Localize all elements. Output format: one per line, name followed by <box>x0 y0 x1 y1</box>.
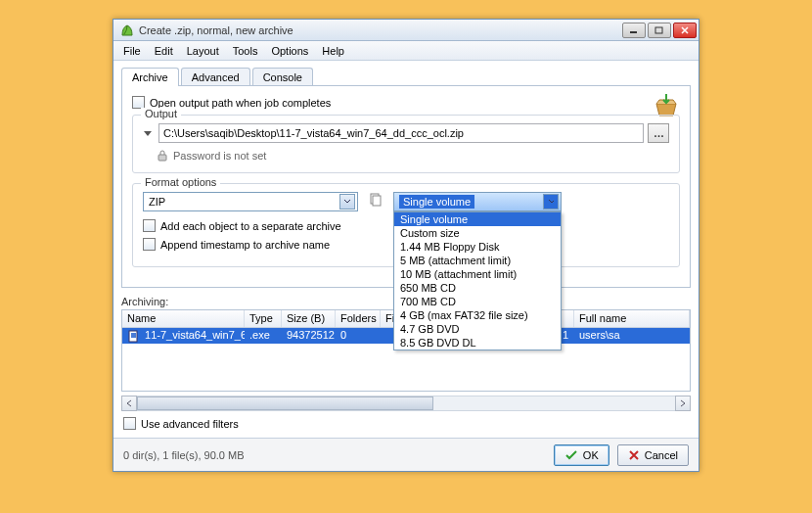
menu-help[interactable]: Help <box>316 43 350 59</box>
col-fullname[interactable]: Full name <box>574 310 690 327</box>
output-legend: Output <box>141 108 181 119</box>
lock-icon <box>157 149 168 163</box>
menu-options[interactable]: Options <box>265 43 314 59</box>
menubar: File Edit Layout Tools Options Help <box>113 41 699 61</box>
menu-file[interactable]: File <box>117 43 147 59</box>
output-path-field[interactable]: C:\Users\saqib\Desktop\11-7_vista64_win7… <box>158 123 644 143</box>
pages-icon[interactable] <box>368 192 383 208</box>
ok-button[interactable]: OK <box>554 444 609 466</box>
advanced-filters-label: Use advanced filters <box>141 418 239 430</box>
volume-size-dropdown: Single volume Custom size 1.44 MB Floppy… <box>393 211 562 350</box>
menu-edit[interactable]: Edit <box>149 43 179 59</box>
scroll-track[interactable] <box>137 396 675 411</box>
minimize-button[interactable] <box>622 23 646 38</box>
svg-rect-0 <box>630 31 637 33</box>
separate-archive-checkbox[interactable] <box>143 219 156 232</box>
open-output-label: Open output path when job completes <box>150 97 331 109</box>
svg-rect-4 <box>373 196 381 206</box>
volume-option[interactable]: 5 MB (attachment limit) <box>394 254 561 267</box>
col-folders[interactable]: Folders <box>336 310 381 327</box>
separate-archive-label: Add each object to a separate archive <box>160 220 341 232</box>
horizontal-scrollbar[interactable] <box>121 396 691 411</box>
cancel-button[interactable]: Cancel <box>617 444 689 466</box>
volume-option[interactable]: Single volume <box>394 212 561 226</box>
cross-icon <box>628 449 640 461</box>
volume-option[interactable]: 1.44 MB Floppy Disk <box>394 240 561 254</box>
browse-button[interactable]: … <box>648 123 669 143</box>
volume-option[interactable]: 4.7 GB DVD <box>394 322 561 336</box>
col-name[interactable]: Name <box>122 310 245 327</box>
volume-option[interactable]: 4 GB (max FAT32 file size) <box>394 308 561 322</box>
tab-archive[interactable]: Archive <box>121 68 179 86</box>
volume-size-combo[interactable]: Single volume Single volume Custom size … <box>393 192 562 211</box>
app-icon <box>119 23 135 38</box>
chevron-down-icon <box>543 194 559 210</box>
scroll-right-button[interactable] <box>675 396 691 411</box>
format-legend: Format options <box>141 176 220 188</box>
archive-format-combo[interactable]: ZIP <box>143 192 358 211</box>
status-text: 0 dir(s), 1 file(s), 90.0 MB <box>123 449 244 461</box>
volume-option[interactable]: 650 MB CD <box>394 281 561 295</box>
window-title: Create .zip, normal, new archive <box>139 24 622 36</box>
volume-size-value: Single volume <box>399 195 474 209</box>
append-timestamp-label: Append timestamp to archive name <box>160 239 330 251</box>
col-size[interactable]: Size (B) <box>282 310 336 327</box>
svg-rect-2 <box>158 155 166 161</box>
archive-format-value: ZIP <box>149 196 165 208</box>
check-icon <box>564 449 578 461</box>
advanced-filters-checkbox[interactable] <box>123 417 136 430</box>
volume-option[interactable]: 8.5 GB DVD DL <box>394 336 561 350</box>
volume-option[interactable]: Custom size <box>394 226 561 240</box>
file-icon <box>127 330 140 343</box>
tabs: Archive Advanced Console <box>113 61 699 85</box>
scroll-thumb[interactable] <box>137 396 433 410</box>
chevron-down-icon <box>339 194 355 210</box>
tab-advanced[interactable]: Advanced <box>181 68 250 86</box>
tab-console[interactable]: Console <box>252 68 313 86</box>
volume-option[interactable]: 10 MB (attachment limit) <box>394 267 561 281</box>
volume-option[interactable]: 700 MB CD <box>394 295 561 308</box>
output-group: Output C:\Users\saqib\Desktop\11-7_vista… <box>132 115 680 173</box>
col-type[interactable]: Type <box>245 310 282 327</box>
menu-tools[interactable]: Tools <box>227 43 264 59</box>
menu-layout[interactable]: Layout <box>181 43 225 59</box>
scroll-left-button[interactable] <box>121 396 137 411</box>
password-status: Password is not set <box>173 150 266 162</box>
footer: 0 dir(s), 1 file(s), 90.0 MB OK Cancel <box>113 438 699 471</box>
close-button[interactable] <box>673 23 697 38</box>
expand-icon[interactable] <box>144 131 152 136</box>
append-timestamp-checkbox[interactable] <box>143 238 156 251</box>
maximize-button[interactable] <box>648 23 671 38</box>
format-group: Format options ZIP Single volume Single … <box>132 183 680 267</box>
titlebar[interactable]: Create .zip, normal, new archive <box>113 20 699 41</box>
svg-rect-6 <box>131 333 136 338</box>
svg-rect-1 <box>655 27 662 33</box>
archive-panel: Open output path when job completes Outp… <box>121 85 691 288</box>
app-window: Create .zip, normal, new archive File Ed… <box>113 19 699 472</box>
